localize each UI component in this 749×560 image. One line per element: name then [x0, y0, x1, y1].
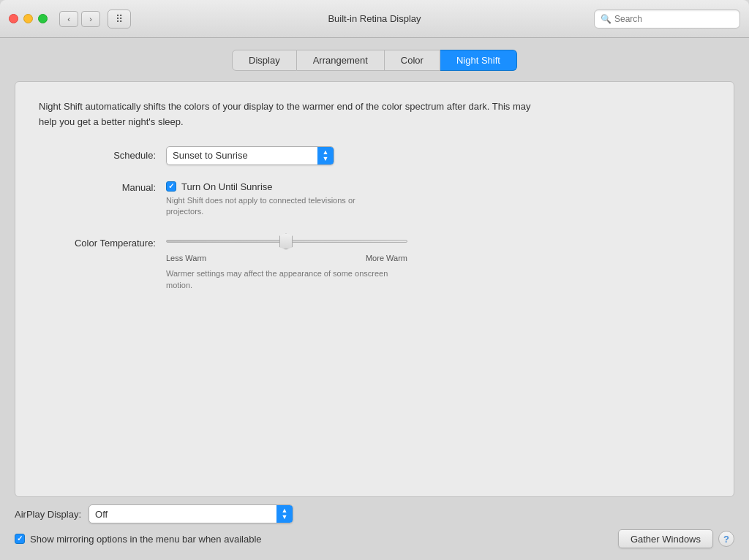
temp-slider-track: [166, 240, 407, 243]
search-icon: 🔍: [601, 14, 611, 24]
main-area: Display Arrangement Color Night Shift Ni…: [0, 38, 749, 560]
forward-button[interactable]: ›: [81, 11, 100, 27]
checkmark-icon: ✓: [168, 183, 174, 190]
chevron-down-icon: ▼: [323, 156, 329, 162]
titlebar: ‹ › ⠿ Built-in Retina Display 🔍: [0, 0, 749, 38]
airplay-dropdown[interactable]: Off ▲ ▼: [89, 504, 293, 523]
airplay-arrows: ▲ ▼: [276, 505, 293, 523]
nav-buttons: ‹ ›: [59, 11, 100, 27]
airplay-value: Off: [95, 509, 287, 520]
tab-bar: Display Arrangement Color Night Shift: [15, 50, 734, 71]
traffic-lights: [9, 14, 48, 23]
chevron-down-icon: ▼: [282, 514, 288, 521]
grid-button[interactable]: ⠿: [108, 10, 131, 29]
temp-content: Less Warm More Warm Warmer settings may …: [166, 233, 407, 291]
slider-labels: Less Warm More Warm: [166, 254, 407, 262]
close-button[interactable]: [9, 14, 18, 23]
schedule-label: Schedule:: [39, 150, 156, 161]
manual-row: Manual: ✓ Turn On Until Sunrise Night Sh…: [39, 181, 710, 218]
back-button[interactable]: ‹: [59, 11, 78, 27]
manual-checkbox-row: ✓ Turn On Until Sunrise: [166, 181, 356, 192]
schedule-dropdown[interactable]: Sunset to Sunrise ▲ ▼: [166, 146, 334, 165]
search-bar[interactable]: 🔍: [594, 10, 740, 29]
tab-arrangement[interactable]: Arrangement: [297, 50, 385, 71]
gather-windows-button[interactable]: Gather Windows: [618, 529, 713, 548]
back-icon: ‹: [67, 15, 70, 23]
forward-icon: ›: [89, 15, 92, 23]
checkmark-icon: ✓: [17, 535, 23, 542]
temp-slider-container: [166, 233, 407, 249]
window-title: Built-in Retina Display: [328, 13, 421, 24]
temp-row: Color Temperature: Less Warm More Warm W…: [39, 233, 710, 291]
search-input[interactable]: [614, 14, 734, 24]
manual-label: Manual:: [39, 181, 156, 193]
schedule-arrows: ▲ ▼: [317, 147, 334, 164]
maximize-button[interactable]: [38, 14, 48, 23]
help-button[interactable]: ?: [718, 531, 734, 547]
manual-helper-text: Night Shift does not apply to connected …: [166, 195, 356, 218]
less-warm-label: Less Warm: [166, 254, 206, 262]
manual-checkbox-label: Turn On Until Sunrise: [181, 181, 273, 192]
tab-color[interactable]: Color: [385, 50, 440, 71]
schedule-row: Schedule: Sunset to Sunrise ▲ ▼: [39, 146, 710, 165]
temp-label: Color Temperature:: [39, 233, 156, 249]
mirroring-checkbox[interactable]: ✓: [15, 534, 25, 544]
minimize-button[interactable]: [23, 14, 33, 23]
slider-note: Warmer settings may affect the appearanc…: [166, 268, 393, 291]
grid-icon: ⠿: [116, 13, 124, 25]
temp-slider-thumb[interactable]: [279, 233, 293, 249]
settings-panel: Night Shift automatically shifts the col…: [15, 81, 734, 497]
tab-night-shift[interactable]: Night Shift: [440, 50, 517, 71]
manual-checkbox[interactable]: ✓: [166, 181, 176, 192]
schedule-value: Sunset to Sunrise: [173, 150, 328, 161]
mirroring-label: Show mirroring options in the menu bar w…: [30, 534, 262, 545]
night-shift-description: Night Shift automatically shifts the col…: [39, 99, 536, 130]
more-warm-label: More Warm: [366, 254, 407, 262]
tab-display[interactable]: Display: [232, 50, 297, 71]
manual-content: ✓ Turn On Until Sunrise Night Shift does…: [166, 181, 356, 218]
airplay-label: AirPlay Display:: [15, 509, 81, 520]
